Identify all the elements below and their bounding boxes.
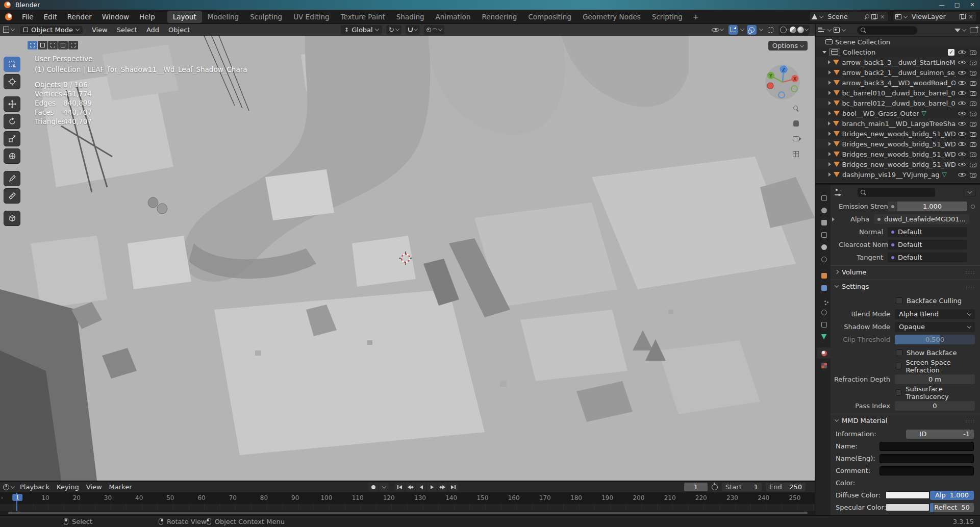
scene-collection-row[interactable]: Scene Collection	[816, 37, 980, 47]
menu-item[interactable]: Render	[62, 11, 97, 23]
outliner-object-row[interactable]: dashjump_vis19__YVjump_ag ▽	[816, 169, 980, 180]
chevron-down-icon[interactable]	[759, 27, 763, 31]
camera-visibility-icon[interactable]	[969, 110, 977, 117]
select-extend-button[interactable]	[38, 41, 47, 49]
workspace-tab[interactable]: Layout	[167, 11, 202, 23]
expand-icon[interactable]	[832, 217, 835, 221]
tab-scene[interactable]	[817, 241, 831, 253]
socket-button[interactable]	[888, 202, 897, 211]
maximize-button[interactable]: □	[949, 0, 965, 10]
eye-icon[interactable]	[958, 161, 966, 168]
viewport-menu-item[interactable]: Add	[142, 25, 164, 35]
expand-icon[interactable]	[828, 101, 831, 105]
eye-icon[interactable]	[958, 131, 966, 137]
eye-icon[interactable]	[958, 151, 966, 158]
workspace-tab[interactable]: UV Editing	[288, 11, 335, 23]
menu-item[interactable]: Window	[97, 11, 134, 23]
drag-handle-icon[interactable]: ::::	[966, 418, 975, 423]
current-frame-field[interactable]: 1	[684, 483, 708, 491]
backface-culling-checkbox[interactable]	[896, 297, 902, 304]
camera-visibility-icon[interactable]	[969, 59, 977, 66]
expand-icon[interactable]	[828, 91, 831, 95]
start-frame-field[interactable]: Start 1	[722, 483, 762, 491]
minimize-button[interactable]: —	[934, 0, 949, 10]
camera-visibility-icon[interactable]	[969, 49, 977, 56]
measure-tool[interactable]	[4, 188, 20, 204]
timeline-menu-item[interactable]: Keying	[53, 482, 83, 492]
new-viewlayer-icon[interactable]	[960, 14, 965, 19]
eye-icon[interactable]	[958, 49, 966, 56]
tab-particles[interactable]	[817, 294, 831, 306]
chevron-down-icon[interactable]	[805, 27, 809, 31]
proportional-edit-group[interactable]: ◠	[424, 25, 445, 35]
expand-icon[interactable]	[828, 162, 831, 166]
tab-view-layer[interactable]	[817, 229, 831, 240]
tab-constraints[interactable]	[817, 319, 831, 330]
blender-menu-icon[interactable]	[5, 13, 12, 20]
eye-icon[interactable]	[958, 59, 966, 66]
tab-object-data[interactable]	[817, 331, 831, 342]
outliner-object-row[interactable]: arrow_back1_3__duwd_StartLineMC	[816, 57, 980, 67]
menu-item[interactable]: Edit	[39, 11, 62, 23]
timeline-menu-item[interactable]: Playback	[16, 482, 53, 492]
outliner-object-row[interactable]: bool__WD_Grass_Outer ▽	[816, 108, 980, 118]
tangent-field[interactable]: Default	[888, 253, 967, 262]
keyframe-dot-icon[interactable]	[971, 205, 975, 209]
rendered-shading-icon[interactable]	[797, 27, 804, 33]
expand-icon[interactable]	[828, 142, 831, 146]
play-reverse-button[interactable]	[416, 483, 426, 491]
3d-viewport[interactable]: Object Mode ViewSelectAddObject ↕ Global…	[0, 24, 815, 481]
timeline-menu-item[interactable]: Marker	[106, 482, 136, 492]
chevron-down-icon[interactable]	[740, 27, 744, 31]
properties-editor-icon[interactable]	[835, 190, 841, 195]
auto-keying-button[interactable]	[368, 483, 378, 491]
expand-icon[interactable]	[828, 132, 831, 136]
clearcoat-normal-field[interactable]: Default	[888, 240, 967, 249]
alpha-slider-button[interactable]: Alp 1.000	[930, 491, 974, 500]
end-frame-field[interactable]: End 250	[766, 483, 806, 491]
refraction-depth-field[interactable]: 0 m	[895, 374, 975, 384]
mmd-id-field[interactable]: ID -1	[906, 430, 974, 439]
visibility-dropdown[interactable]	[710, 25, 725, 35]
eye-icon[interactable]	[958, 69, 966, 76]
scene-selector[interactable]: Scene ×	[809, 12, 889, 22]
select-intersect-button[interactable]	[68, 41, 78, 49]
tab-tool[interactable]	[817, 192, 831, 204]
chevron-down-icon[interactable]	[827, 27, 832, 31]
mmd-name-eng-input[interactable]	[880, 454, 974, 463]
workspace-tab[interactable]: Shading	[391, 11, 430, 23]
wireframe-shading-icon[interactable]	[780, 27, 787, 33]
add-workspace-button[interactable]: +	[688, 11, 703, 23]
viewlayer-selector[interactable]: ViewLayer ×	[893, 12, 977, 22]
properties-search-input[interactable]	[858, 188, 935, 197]
unlink-scene-icon[interactable]: ×	[879, 13, 886, 20]
mmd-comment-input[interactable]	[880, 466, 974, 475]
move-tool[interactable]	[4, 96, 20, 112]
rotate-tool[interactable]	[4, 114, 20, 129]
specular-color-swatch[interactable]	[886, 504, 929, 511]
close-button[interactable]: ✕	[965, 0, 980, 10]
zoom-button[interactable]	[791, 103, 801, 113]
eye-icon[interactable]	[958, 100, 966, 107]
show-overlays-toggle[interactable]	[747, 25, 757, 35]
outliner-editor-icon[interactable]	[818, 28, 825, 33]
outliner-search-input[interactable]	[857, 26, 917, 35]
navigation-gizmo[interactable]: Z Y X	[764, 64, 801, 101]
volume-panel-header[interactable]: Volume ::::	[831, 265, 980, 278]
camera-view-button[interactable]	[791, 134, 801, 144]
pass-index-field[interactable]: 0	[895, 401, 975, 411]
tab-render[interactable]	[817, 205, 831, 216]
drag-handle-icon[interactable]: ::::	[966, 269, 975, 275]
workspace-tab[interactable]: Rendering	[476, 11, 522, 23]
tab-world[interactable]	[817, 254, 831, 265]
outliner-object-row[interactable]: Bridges_new_woods_bridg_51_WD_	[816, 139, 980, 149]
editor-type-button[interactable]	[0, 26, 17, 34]
snap-toggle-group[interactable]	[406, 25, 420, 35]
remove-viewlayer-icon[interactable]: ×	[967, 13, 974, 20]
emission-strength-value[interactable]: 1.000	[897, 202, 967, 211]
tab-modifiers[interactable]	[817, 282, 831, 293]
mmd-name-input[interactable]	[880, 442, 974, 451]
viewport-menu-item[interactable]: View	[87, 25, 112, 35]
expand-icon[interactable]	[828, 60, 831, 64]
collapse-icon[interactable]	[822, 51, 826, 54]
